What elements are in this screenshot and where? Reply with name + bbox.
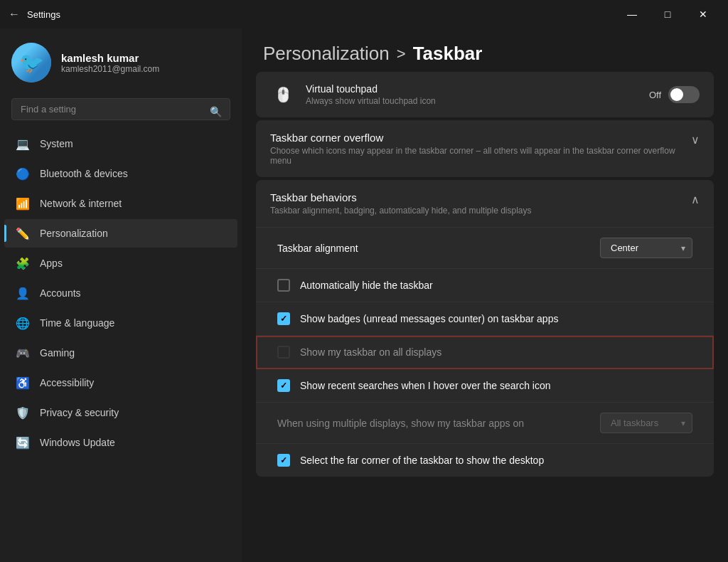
corner-overflow-header[interactable]: Taskbar corner overflow Choose which ico… (256, 120, 714, 177)
multi-display-row: When using multiple displays, show my ta… (256, 403, 714, 444)
recent-searches-label: Show recent searches when I hover over t… (300, 380, 551, 391)
nav-network[interactable]: 📶 Network & internet (4, 189, 237, 218)
multi-display-select-wrapper: All taskbars ▾ (600, 413, 692, 433)
virtual-touchpad-subtitle: Always show virtual touchpad icon (306, 96, 649, 106)
auto-hide-label: Automatically hide the taskbar (300, 280, 433, 291)
close-button[interactable]: ✕ (687, 3, 719, 26)
recent-searches-checkbox[interactable] (277, 379, 290, 392)
recent-searches-row: Show recent searches when I hover over t… (256, 369, 714, 403)
behaviors-title: Taskbar behaviors (270, 191, 532, 203)
breadcrumb-current: Taskbar (413, 43, 483, 65)
alignment-select-wrapper: Left Center ▾ (600, 238, 692, 258)
accounts-icon: 👤 (16, 286, 30, 300)
show-badges-label: Show badges (unread messages counter) on… (300, 313, 558, 324)
nav-label-personalization: Personalization (40, 228, 108, 239)
taskbar-behaviors-section: Taskbar behaviors Taskbar alignment, bad… (256, 180, 714, 477)
nav-label-bluetooth: Bluetooth & devices (40, 168, 128, 179)
user-name: kamlesh kumar (61, 52, 159, 64)
nav-label-time: Time & language (40, 317, 114, 329)
nav-accounts[interactable]: 👤 Accounts (4, 279, 237, 307)
breadcrumb-parent: Personalization (263, 43, 390, 65)
toggle-off-label: Off (649, 90, 661, 100)
toggle-thumb (670, 88, 683, 101)
nav-bluetooth[interactable]: 🔵 Bluetooth & devices (4, 159, 237, 188)
behaviors-subtitle: Taskbar alignment, badging, automaticall… (270, 206, 532, 216)
alignment-select[interactable]: Left Center (600, 238, 692, 258)
search-container: 🔍 (0, 94, 242, 129)
network-icon: 📶 (16, 196, 30, 211)
alignment-label: Taskbar alignment (277, 243, 600, 254)
auto-hide-checkbox[interactable] (277, 279, 290, 292)
nav-update[interactable]: 🔄 Windows Update (4, 428, 237, 457)
page-header: Personalization > Taskbar (242, 28, 728, 72)
nav-label-network: Network & internet (40, 198, 122, 209)
breadcrumb-separator: > (397, 45, 406, 63)
behaviors-text: Taskbar behaviors Taskbar alignment, bad… (270, 191, 532, 216)
nav-label-system: System (40, 138, 73, 149)
nav-label-gaming: Gaming (40, 347, 75, 359)
nav-apps[interactable]: 🧩 Apps (4, 249, 237, 277)
search-icon: 🔍 (210, 106, 222, 117)
user-info: kamlesh kumar kamlesh2011@gmail.com (61, 52, 159, 74)
nav-time[interactable]: 🌐 Time & language (4, 309, 237, 337)
virtual-touchpad-toggle[interactable] (668, 86, 700, 103)
window-controls: — □ ✕ (616, 3, 719, 26)
update-icon: 🔄 (16, 435, 30, 450)
alignment-row: Taskbar alignment Left Center ▾ (256, 228, 714, 269)
far-corner-row: Select the far corner of the taskbar to … (256, 444, 714, 477)
nav-privacy[interactable]: 🛡️ Privacy & security (4, 398, 237, 427)
minimize-button[interactable]: — (616, 3, 648, 26)
user-profile: 🐦 kamlesh kumar kamlesh2011@gmail.com (0, 28, 242, 94)
nav-accessibility[interactable]: ♿ Accessibility (4, 369, 237, 397)
auto-hide-row: Automatically hide the taskbar (256, 269, 714, 302)
virtual-touchpad-text: Virtual touchpad Always show virtual tou… (306, 83, 649, 106)
nav-label-accounts: Accounts (40, 287, 81, 299)
nav-system[interactable]: 💻 System (4, 129, 237, 158)
corner-overflow-subtitle: Choose which icons may appear in the tas… (270, 146, 691, 166)
system-icon: 💻 (16, 137, 30, 151)
gaming-icon: 🎮 (16, 346, 30, 360)
nav-label-apps: Apps (40, 258, 63, 269)
apps-icon: 🧩 (16, 256, 30, 270)
corner-overflow-title: Taskbar corner overflow (270, 132, 691, 144)
all-displays-label: Show my taskbar on all displays (300, 346, 441, 358)
far-corner-checkbox[interactable] (277, 454, 290, 467)
avatar: 🐦 (11, 43, 51, 83)
virtual-touchpad-title: Virtual touchpad (306, 83, 649, 95)
all-displays-checkbox[interactable] (277, 346, 290, 359)
multi-display-label: When using multiple displays, show my ta… (277, 418, 590, 429)
touchpad-control: Off (649, 86, 700, 103)
sidebar: 🐦 kamlesh kumar kamlesh2011@gmail.com 🔍 … (0, 28, 242, 562)
show-badges-checkbox[interactable] (277, 312, 290, 325)
privacy-icon: 🛡️ (16, 405, 30, 420)
behaviors-chevron: ∧ (691, 193, 700, 206)
app-title: Settings (27, 9, 60, 20)
content-area: Personalization > Taskbar 🖱️ Virtual tou… (242, 28, 728, 562)
bluetooth-icon: 🔵 (16, 166, 30, 181)
maximize-button[interactable]: □ (651, 3, 684, 26)
far-corner-label: Select the far corner of the taskbar to … (300, 455, 544, 466)
back-icon[interactable]: ← (9, 8, 20, 21)
settings-body: 🖱️ Virtual touchpad Always show virtual … (242, 72, 728, 562)
nav-gaming[interactable]: 🎮 Gaming (4, 339, 237, 367)
search-input[interactable] (11, 98, 230, 120)
corner-overflow-text: Taskbar corner overflow Choose which ico… (270, 132, 691, 166)
title-bar: ← Settings — □ ✕ (0, 0, 728, 28)
nav-label-privacy: Privacy & security (40, 407, 119, 418)
nav-label-update: Windows Update (40, 437, 115, 448)
nav-label-accessibility: Accessibility (40, 377, 94, 388)
all-displays-row: Show my taskbar on all displays (256, 336, 714, 369)
corner-overflow-card: Taskbar corner overflow Choose which ico… (256, 120, 714, 177)
personalization-icon: ✏️ (16, 226, 30, 240)
multi-display-select[interactable]: All taskbars (600, 413, 692, 433)
behaviors-header[interactable]: Taskbar behaviors Taskbar alignment, bad… (256, 180, 714, 227)
show-badges-row: Show badges (unread messages counter) on… (256, 302, 714, 336)
virtual-touchpad-card: 🖱️ Virtual touchpad Always show virtual … (256, 72, 714, 117)
virtual-touchpad-row: 🖱️ Virtual touchpad Always show virtual … (256, 72, 714, 117)
time-icon: 🌐 (16, 316, 30, 330)
avatar-image: 🐦 (11, 43, 51, 83)
accessibility-icon: ♿ (16, 376, 30, 390)
nav-personalization[interactable]: ✏️ Personalization (4, 219, 237, 248)
corner-overflow-chevron: ∨ (691, 133, 700, 147)
touchpad-icon: 🖱️ (270, 82, 296, 107)
